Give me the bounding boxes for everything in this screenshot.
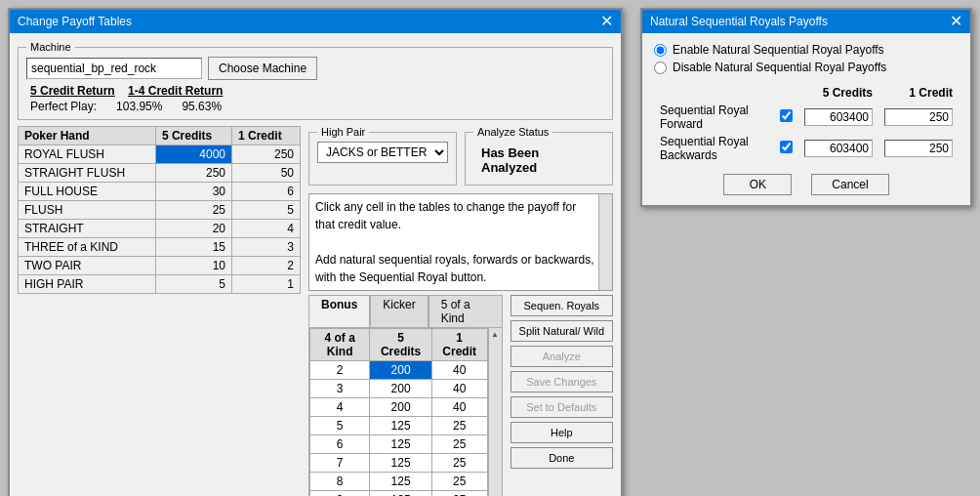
done-button[interactable]: Done bbox=[510, 447, 613, 469]
poker-5c-cell[interactable]: 20 bbox=[155, 220, 231, 238]
scroll-up[interactable]: ▲ bbox=[489, 328, 501, 341]
tab-5ofakind[interactable]: 5 of a Kind bbox=[429, 295, 503, 327]
inner-5c-cell[interactable]: 125 bbox=[370, 454, 431, 473]
inner-5c-cell[interactable]: 200 bbox=[370, 380, 431, 398]
payoff-1c-input[interactable] bbox=[884, 140, 953, 157]
inner-1c-cell[interactable]: 40 bbox=[431, 380, 487, 398]
poker-1c-cell[interactable]: 2 bbox=[232, 257, 301, 275]
poker-1c-cell[interactable]: 5 bbox=[232, 201, 301, 220]
ok-button[interactable]: OK bbox=[723, 174, 792, 195]
choose-machine-button[interactable]: Choose Machine bbox=[208, 57, 317, 80]
poker-hand-cell[interactable]: STRAIGHT bbox=[19, 220, 156, 238]
secondary-close[interactable]: ✕ bbox=[950, 14, 962, 29]
poker-table-row: HIGH PAIR51 bbox=[19, 275, 301, 294]
poker-1c-cell[interactable]: 6 bbox=[232, 183, 301, 201]
payoff-5c-input[interactable] bbox=[804, 108, 873, 126]
inner-kind-cell[interactable]: 7 bbox=[310, 454, 370, 473]
inner-table-row: 912525 bbox=[310, 491, 488, 497]
inner-kind-cell[interactable]: 6 bbox=[310, 435, 370, 454]
col-1credit: 1 Credit bbox=[232, 127, 301, 145]
inner-kind-cell[interactable]: 3 bbox=[310, 380, 370, 398]
poker-table-row: THREE of a KIND153 bbox=[19, 238, 301, 257]
analyze-button[interactable]: Analyze bbox=[510, 346, 613, 367]
payoff-label: Sequential Royal Forward bbox=[654, 102, 774, 133]
inner-1c-cell[interactable]: 40 bbox=[431, 361, 487, 380]
credits14-label: 1-4 Credit Return bbox=[128, 84, 223, 98]
main-dialog-close[interactable]: ✕ bbox=[600, 14, 613, 29]
poker-hand-cell[interactable]: FULL HOUSE bbox=[19, 183, 156, 201]
perfect-play-label: Perfect Play: bbox=[30, 100, 97, 113]
inner-1c-cell[interactable]: 25 bbox=[431, 435, 487, 454]
machine-input[interactable] bbox=[26, 58, 202, 79]
save-changes-button[interactable]: Save Changes bbox=[510, 371, 613, 393]
inner-kind-cell[interactable]: 2 bbox=[310, 361, 370, 380]
poker-table-row: STRAIGHT FLUSH25050 bbox=[19, 164, 301, 183]
inner-5c-cell[interactable]: 125 bbox=[370, 473, 431, 491]
inner-kind-cell[interactable]: 5 bbox=[310, 417, 370, 435]
tab-kicker[interactable]: Kicker bbox=[370, 295, 428, 327]
poker-5c-cell[interactable]: 15 bbox=[155, 238, 231, 257]
tab-bonus[interactable]: Bonus bbox=[308, 295, 370, 327]
payoffs-col-5c: 5 Credits bbox=[798, 84, 878, 102]
payoff-5c-input[interactable] bbox=[804, 140, 873, 157]
inner-1c-cell[interactable]: 25 bbox=[431, 473, 487, 491]
inner-kind-cell[interactable]: 8 bbox=[310, 473, 370, 491]
inner-table-row: 220040 bbox=[310, 361, 488, 380]
poker-5c-cell[interactable]: 10 bbox=[155, 257, 231, 275]
payoffs-col-1c: 1 Credit bbox=[878, 84, 959, 102]
poker-5c-cell[interactable]: 25 bbox=[155, 201, 231, 220]
payoff-check-cell bbox=[774, 133, 798, 164]
poker-1c-cell[interactable]: 3 bbox=[232, 238, 301, 257]
poker-1c-cell[interactable]: 4 bbox=[232, 220, 301, 238]
inner-5c-cell[interactable]: 125 bbox=[370, 435, 431, 454]
poker-5c-cell[interactable]: 4000 bbox=[155, 145, 231, 164]
secondary-title: Natural Sequential Royals Payoffs bbox=[650, 15, 828, 28]
poker-table: Poker Hand 5 Credits 1 Credit ROYAL FLUS… bbox=[18, 126, 301, 294]
disable-radio[interactable] bbox=[654, 62, 667, 74]
payoff-checkbox[interactable] bbox=[780, 141, 793, 153]
poker-table-section: Poker Hand 5 Credits 1 Credit ROYAL FLUS… bbox=[18, 126, 301, 496]
payoff-1c-cell bbox=[878, 102, 959, 133]
payoff-checkbox[interactable] bbox=[780, 109, 793, 122]
info-box: Click any cell in the tables to change t… bbox=[308, 193, 613, 291]
inner-5c-cell[interactable]: 125 bbox=[370, 417, 431, 435]
inner-scrollbar[interactable]: ▲ ▼ bbox=[488, 328, 502, 496]
help-button[interactable]: Help bbox=[510, 422, 613, 443]
inner-1c-cell[interactable]: 25 bbox=[431, 417, 487, 435]
credits5-value: 103.95% bbox=[116, 100, 162, 113]
high-pair-group: High Pair JACKS or BETTER TENS or BETTER… bbox=[308, 126, 457, 186]
poker-1c-cell[interactable]: 1 bbox=[232, 275, 301, 294]
inner-1c-cell[interactable]: 25 bbox=[431, 454, 487, 473]
poker-5c-cell[interactable]: 30 bbox=[155, 183, 231, 201]
poker-1c-cell[interactable]: 50 bbox=[232, 164, 301, 183]
inner-5c-cell[interactable]: 200 bbox=[370, 361, 431, 380]
poker-hand-cell[interactable]: STRAIGHT FLUSH bbox=[19, 164, 156, 183]
poker-5c-cell[interactable]: 250 bbox=[155, 164, 231, 183]
inner-kind-cell[interactable]: 4 bbox=[310, 398, 370, 417]
enable-radio[interactable] bbox=[654, 44, 667, 57]
poker-hand-cell[interactable]: ROYAL FLUSH bbox=[19, 145, 156, 164]
split-natural-wild-button[interactable]: Split Natural/ Wild bbox=[510, 320, 613, 342]
high-pair-select[interactable]: JACKS or BETTER TENS or BETTER NINES or … bbox=[317, 142, 448, 163]
poker-hand-cell[interactable]: FLUSH bbox=[19, 201, 156, 220]
inner-5c-cell[interactable]: 200 bbox=[370, 398, 431, 417]
poker-hand-cell[interactable]: TWO PAIR bbox=[19, 257, 156, 275]
inner-1c-cell[interactable]: 25 bbox=[431, 491, 487, 497]
poker-1c-cell[interactable]: 250 bbox=[232, 145, 301, 164]
inner-5c-cell[interactable]: 125 bbox=[370, 491, 431, 497]
payoff-1c-cell bbox=[878, 133, 959, 164]
cancel-button[interactable]: Cancel bbox=[811, 174, 888, 195]
inner-1c-cell[interactable]: 40 bbox=[431, 398, 487, 417]
payoff-1c-input[interactable] bbox=[884, 108, 953, 126]
side-buttons: Sequen. Royals Split Natural/ Wild Analy… bbox=[510, 295, 613, 496]
poker-5c-cell[interactable]: 5 bbox=[155, 275, 231, 294]
inner-kind-cell[interactable]: 9 bbox=[310, 491, 370, 497]
dialog-buttons: OK Cancel bbox=[654, 174, 959, 195]
info-scrollbar[interactable] bbox=[598, 194, 612, 290]
sequen-royals-button[interactable]: Sequen. Royals bbox=[510, 295, 613, 316]
poker-hand-cell[interactable]: HIGH PAIR bbox=[19, 275, 156, 294]
credits5-label: 5 Credit Return bbox=[30, 84, 115, 98]
poker-table-row: TWO PAIR102 bbox=[19, 257, 301, 275]
set-defaults-button[interactable]: Set to Defaults bbox=[510, 396, 613, 418]
poker-hand-cell[interactable]: THREE of a KIND bbox=[19, 238, 156, 257]
